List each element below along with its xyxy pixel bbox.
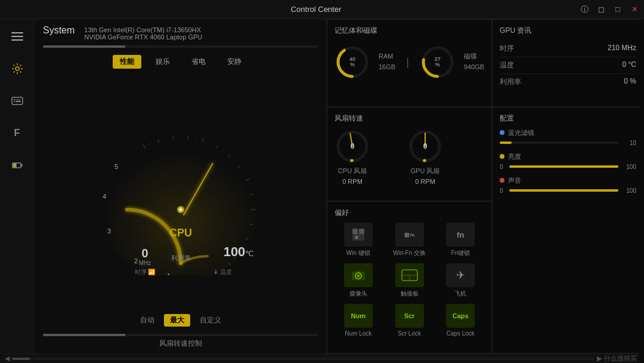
svg-rect-2 [11,39,23,41]
volume-track[interactable] [509,189,618,192]
speed-max-btn[interactable]: 最大 [164,314,190,327]
cpu-fan-gauge: 0 [335,128,370,164]
mode-btn-power-save[interactable]: 省电 [184,55,213,69]
scroll-left[interactable]: ◀ [2,355,12,362]
memory-section: 记忆体和磁碟 40 % RAM 16GB | [327,19,492,107]
ram-gauge: 40 % [335,44,370,80]
volume-fill [509,189,618,192]
pref-camera[interactable]: 摄像头 [335,263,382,298]
mem-separator: | [404,56,411,69]
brightness-min: 0 [500,164,503,170]
gpu-fan-label: GPU 风扇 [411,167,440,176]
disk-info: 磁碟 940GB [464,51,484,72]
watermark: 什么值得买 [604,354,642,363]
mode-btn-performance[interactable]: 性能 [113,55,141,69]
svg-text:🌡 温度: 🌡 温度 [212,269,232,275]
pref-win-fn-swap[interactable]: ⊞fn Win-Fn 交换 [386,223,434,257]
ram-pct-label: 40 % [349,57,355,67]
svg-rect-1 [11,36,23,37]
disk-gauge: 27 % [420,44,456,80]
sidebar-keyboard-icon[interactable] [5,88,30,113]
airplane-icon: ✈ [446,263,475,287]
top-progress-bar [43,45,318,48]
svg-text:0: 0 [141,247,148,260]
sidebar-logo-icon[interactable]: F [5,121,30,146]
gpu-info-title: GPU 资讯 [500,26,636,36]
gauge-svg: 5 4 3 2 1 CPU 0 MHz [79,108,282,275]
svg-text:CPU: CPU [169,227,191,239]
volume-label: 声音 [508,176,521,185]
pref-scr-lock[interactable]: Scr Scr Lock [386,304,434,337]
pref-caps-lock[interactable]: Caps Caps Lock [436,304,484,337]
scroll-right[interactable]: ▶ [595,355,604,362]
svg-text:⊞: ⊞ [355,235,358,239]
gpu-row-temp: 温度 0 °C [500,57,636,74]
volume-val: 100 [622,187,636,194]
camera-label: 摄像头 [349,290,367,298]
mode-bar: 性能 娱乐 省电 安静 [35,50,326,71]
gpu-info-section: GPU 资讯 时序 210 MHz 温度 0 °C 利用率 0 % [492,19,644,107]
gauge-container: 5 4 3 2 1 CPU 0 MHz [79,108,282,275]
gpu-row-clock: 时序 210 MHz [500,41,636,57]
mode-btn-entertainment[interactable]: 娱乐 [148,55,177,69]
svg-text:利用率: 利用率 [171,254,190,262]
pref-fn-lock[interactable]: fn Fn键锁 [436,223,484,257]
blue-light-fill [500,141,512,144]
pref-grid: ⊞ Win 键锁 ⊞fn Win-Fn 交换 fn Fn键锁 [335,223,484,337]
svg-line-39 [195,137,196,139]
scroll-track[interactable] [12,358,595,360]
close-icon[interactable]: ✕ [630,5,639,14]
scr-lock-label: Scr Lock [398,330,421,337]
mem-content: 40 % RAM 16GB | 27 % [335,41,484,80]
pref-touchpad[interactable]: 触接板 [386,263,434,298]
gpu-fan-gauge: 0 [407,128,443,164]
disk-pct-label: 27 % [435,57,441,67]
touchpad-icon [395,263,424,287]
pref-win-lock[interactable]: ⊞ Win 键锁 [335,223,382,257]
camera-icon [344,263,373,287]
cpu-fan-item: 0 CPU 风扇 0 RPM [335,128,370,185]
svg-rect-83 [352,229,358,234]
mode-btn-silent[interactable]: 安静 [220,55,249,69]
svg-rect-13 [13,164,16,167]
pref-num-lock[interactable]: Num Num Lock [335,304,382,337]
svg-text:℃: ℃ [245,249,254,258]
fan-section-title: 风扇转速 [335,113,484,124]
bottom-progress-bar [43,334,318,336]
svg-rect-82 [352,233,364,241]
svg-point-88 [357,275,360,278]
airplane-label: 飞机 [454,290,466,298]
center-panel: System 13th Gen Intel(R) Core(TM) i7-136… [35,19,327,353]
svg-point-3 [16,67,19,70]
caps-lock-icon: Caps [446,304,475,328]
speed-custom-btn[interactable]: 自定义 [200,314,221,327]
svg-rect-12 [21,165,22,166]
right-scrollbar [639,19,644,353]
config-volume-row: 声音 0 100 [500,176,636,194]
scroll-thumb[interactable] [12,358,30,360]
gpu-fan-item: 0 GPU 风扇 0 RPM [407,128,443,185]
num-lock-icon: Num [344,304,373,328]
restore-icon[interactable]: ◻ [596,5,606,14]
gauge-area: 5 4 3 2 1 CPU 0 MHz [35,71,326,312]
fan-control-label: 风扇转速控制 [35,339,326,353]
blue-light-track[interactable] [500,141,618,144]
sidebar-system-icon[interactable] [5,56,30,81]
brightness-track[interactable] [509,165,618,168]
maximize-icon[interactable]: □ [613,5,623,14]
sidebar-menu-icon[interactable] [5,24,30,49]
config-brightness-row: 亮度 0 100 [500,152,636,170]
svg-line-37 [165,137,166,139]
svg-text:时序 📶: 时序 📶 [134,268,156,275]
system-header: System 13th Gen Intel(R) Core(TM) i7-136… [35,19,326,43]
svg-text:100: 100 [223,244,245,259]
svg-text:MHz: MHz [138,260,151,266]
sidebar-battery-icon[interactable] [5,153,30,178]
info-icon[interactable]: ⓘ [580,5,589,14]
speed-auto-btn[interactable]: 自动 [140,314,154,327]
brightness-val: 100 [622,164,636,170]
svg-text:4: 4 [102,193,106,200]
ram-info: RAM 16GB [379,51,395,72]
config-blue-light-row: 蓝光滤镜 10 [500,128,636,146]
pref-airplane[interactable]: ✈ 飞机 [436,263,484,298]
